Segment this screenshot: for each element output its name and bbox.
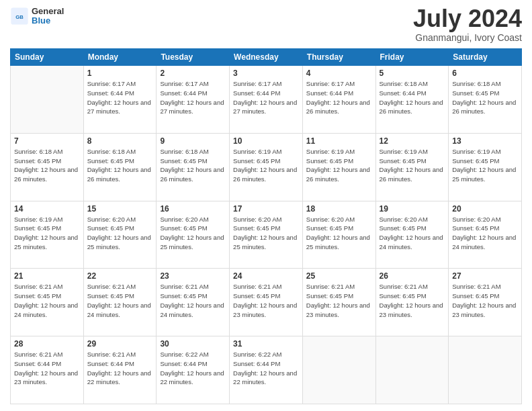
day-info: Sunrise: 6:20 AMSunset: 6:45 PMDaylight:… [380, 215, 445, 252]
calendar-cell: 29Sunrise: 6:21 AMSunset: 6:44 PMDayligh… [83, 336, 157, 404]
day-info: Sunrise: 6:21 AMSunset: 6:45 PMDaylight:… [233, 282, 299, 319]
day-number: 21 [14, 271, 80, 281]
day-info: Sunrise: 6:21 AMSunset: 6:45 PMDaylight:… [452, 282, 518, 319]
calendar-cell: 21Sunrise: 6:21 AMSunset: 6:45 PMDayligh… [11, 269, 84, 336]
calendar-day-header: Friday [375, 49, 449, 66]
calendar-cell: 4Sunrise: 6:17 AMSunset: 6:44 PMDaylight… [302, 66, 375, 134]
calendar-cell: 23Sunrise: 6:21 AMSunset: 6:45 PMDayligh… [157, 269, 230, 336]
day-info: Sunrise: 6:20 AMSunset: 6:45 PMDaylight:… [87, 215, 153, 252]
calendar-week-row: 28Sunrise: 6:21 AMSunset: 6:44 PMDayligh… [11, 336, 522, 404]
day-number: 23 [160, 271, 226, 281]
day-number: 24 [233, 271, 299, 281]
month-title: July 2024 [413, 7, 522, 31]
logo-general: General [32, 7, 64, 16]
calendar-cell: 27Sunrise: 6:21 AMSunset: 6:45 PMDayligh… [449, 269, 522, 336]
day-number: 10 [233, 136, 299, 146]
title-section: July 2024 Gnanmangui, Ivory Coast [413, 7, 522, 43]
calendar-cell [302, 336, 375, 404]
day-number: 28 [14, 339, 80, 349]
calendar-cell: 8Sunrise: 6:18 AMSunset: 6:45 PMDaylight… [83, 133, 157, 201]
day-number: 11 [306, 136, 372, 146]
day-number: 5 [380, 68, 445, 78]
day-info: Sunrise: 6:22 AMSunset: 6:44 PMDaylight:… [233, 350, 299, 387]
calendar-day-header: Tuesday [157, 49, 230, 66]
page: GB General Blue July 2024 Gnanmangui, Iv… [0, 0, 532, 411]
calendar-day-header: Sunday [11, 49, 84, 66]
day-info: Sunrise: 6:21 AMSunset: 6:45 PMDaylight:… [306, 282, 372, 319]
day-number: 16 [160, 204, 226, 214]
calendar-cell: 17Sunrise: 6:20 AMSunset: 6:45 PMDayligh… [230, 201, 303, 269]
day-number: 18 [306, 204, 372, 214]
day-number: 15 [87, 204, 153, 214]
day-number: 6 [452, 68, 518, 78]
day-number: 3 [233, 68, 299, 78]
day-info: Sunrise: 6:20 AMSunset: 6:45 PMDaylight:… [452, 215, 518, 252]
day-info: Sunrise: 6:20 AMSunset: 6:45 PMDaylight:… [233, 215, 299, 252]
day-info: Sunrise: 6:17 AMSunset: 6:44 PMDaylight:… [233, 79, 299, 116]
day-number: 26 [380, 271, 445, 281]
day-number: 13 [452, 136, 518, 146]
day-info: Sunrise: 6:20 AMSunset: 6:45 PMDaylight:… [306, 215, 372, 252]
calendar-week-row: 1Sunrise: 6:17 AMSunset: 6:44 PMDaylight… [11, 66, 522, 134]
day-info: Sunrise: 6:19 AMSunset: 6:45 PMDaylight:… [233, 147, 299, 184]
day-info: Sunrise: 6:18 AMSunset: 6:45 PMDaylight:… [160, 147, 226, 184]
calendar-day-header: Saturday [449, 49, 522, 66]
calendar-day-header: Thursday [302, 49, 375, 66]
logo-text: General Blue [32, 7, 64, 26]
day-info: Sunrise: 6:18 AMSunset: 6:45 PMDaylight:… [14, 147, 80, 184]
calendar-cell: 7Sunrise: 6:18 AMSunset: 6:45 PMDaylight… [11, 133, 84, 201]
day-info: Sunrise: 6:21 AMSunset: 6:45 PMDaylight:… [380, 282, 445, 319]
calendar-week-row: 14Sunrise: 6:19 AMSunset: 6:45 PMDayligh… [11, 201, 522, 269]
calendar-cell: 28Sunrise: 6:21 AMSunset: 6:44 PMDayligh… [11, 336, 84, 404]
day-info: Sunrise: 6:21 AMSunset: 6:45 PMDaylight:… [160, 282, 226, 319]
day-info: Sunrise: 6:19 AMSunset: 6:45 PMDaylight:… [306, 147, 372, 184]
day-info: Sunrise: 6:21 AMSunset: 6:45 PMDaylight:… [14, 282, 80, 319]
calendar-cell: 2Sunrise: 6:17 AMSunset: 6:44 PMDaylight… [157, 66, 230, 134]
calendar-cell: 5Sunrise: 6:18 AMSunset: 6:44 PMDaylight… [375, 66, 449, 134]
calendar-cell: 20Sunrise: 6:20 AMSunset: 6:45 PMDayligh… [449, 201, 522, 269]
day-number: 17 [233, 204, 299, 214]
day-info: Sunrise: 6:17 AMSunset: 6:44 PMDaylight:… [160, 79, 226, 116]
day-info: Sunrise: 6:21 AMSunset: 6:45 PMDaylight:… [87, 282, 153, 319]
calendar-cell: 13Sunrise: 6:19 AMSunset: 6:45 PMDayligh… [449, 133, 522, 201]
day-info: Sunrise: 6:21 AMSunset: 6:44 PMDaylight:… [87, 350, 153, 387]
logo: GB General Blue [10, 7, 64, 26]
day-number: 7 [14, 136, 80, 146]
calendar-cell: 15Sunrise: 6:20 AMSunset: 6:45 PMDayligh… [83, 201, 157, 269]
calendar-cell: 22Sunrise: 6:21 AMSunset: 6:45 PMDayligh… [83, 269, 157, 336]
calendar-cell: 6Sunrise: 6:18 AMSunset: 6:45 PMDaylight… [449, 66, 522, 134]
calendar-cell: 9Sunrise: 6:18 AMSunset: 6:45 PMDaylight… [157, 133, 230, 201]
day-number: 12 [380, 136, 445, 146]
header: GB General Blue July 2024 Gnanmangui, Iv… [10, 7, 522, 43]
calendar-cell: 18Sunrise: 6:20 AMSunset: 6:45 PMDayligh… [302, 201, 375, 269]
calendar-cell [375, 336, 449, 404]
logo-blue: Blue [32, 16, 64, 26]
calendar-cell: 1Sunrise: 6:17 AMSunset: 6:44 PMDaylight… [83, 66, 157, 134]
calendar-cell: 10Sunrise: 6:19 AMSunset: 6:45 PMDayligh… [230, 133, 303, 201]
day-number: 20 [452, 204, 518, 214]
day-info: Sunrise: 6:21 AMSunset: 6:44 PMDaylight:… [14, 350, 80, 387]
location-subtitle: Gnanmangui, Ivory Coast [413, 32, 522, 43]
svg-text:GB: GB [15, 14, 24, 20]
day-info: Sunrise: 6:18 AMSunset: 6:44 PMDaylight:… [380, 79, 445, 116]
calendar-cell: 3Sunrise: 6:17 AMSunset: 6:44 PMDaylight… [230, 66, 303, 134]
day-info: Sunrise: 6:18 AMSunset: 6:45 PMDaylight:… [87, 147, 153, 184]
calendar-cell: 11Sunrise: 6:19 AMSunset: 6:45 PMDayligh… [302, 133, 375, 201]
calendar-cell: 24Sunrise: 6:21 AMSunset: 6:45 PMDayligh… [230, 269, 303, 336]
calendar-cell: 31Sunrise: 6:22 AMSunset: 6:44 PMDayligh… [230, 336, 303, 404]
day-info: Sunrise: 6:19 AMSunset: 6:45 PMDaylight:… [14, 215, 80, 252]
day-info: Sunrise: 6:18 AMSunset: 6:45 PMDaylight:… [452, 79, 518, 116]
day-number: 19 [380, 204, 445, 214]
day-info: Sunrise: 6:17 AMSunset: 6:44 PMDaylight:… [306, 79, 372, 116]
day-number: 30 [160, 339, 226, 349]
day-number: 31 [233, 339, 299, 349]
day-number: 2 [160, 68, 226, 78]
calendar-cell: 14Sunrise: 6:19 AMSunset: 6:45 PMDayligh… [11, 201, 84, 269]
calendar-cell [449, 336, 522, 404]
calendar-table: SundayMondayTuesdayWednesdayThursdayFrid… [10, 48, 522, 404]
day-number: 22 [87, 271, 153, 281]
calendar-cell [11, 66, 84, 134]
calendar-cell: 25Sunrise: 6:21 AMSunset: 6:45 PMDayligh… [302, 269, 375, 336]
calendar-header-row: SundayMondayTuesdayWednesdayThursdayFrid… [11, 49, 522, 66]
calendar-day-header: Wednesday [230, 49, 303, 66]
